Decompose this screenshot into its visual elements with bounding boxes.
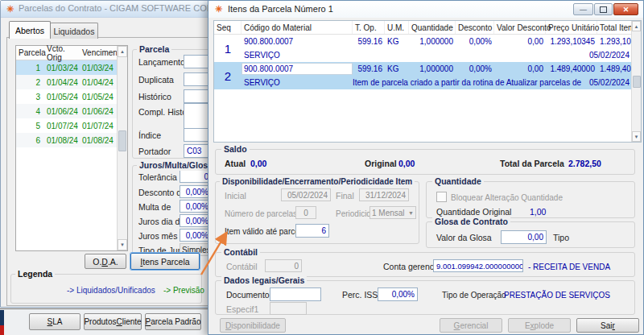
saldo-atual-value: 0,00 — [250, 159, 266, 169]
col-vencimento: Vencimento — [82, 48, 117, 57]
legenda-liquidados: -> Liquidados/Unificados — [67, 285, 155, 296]
produtos-label-post: liente — [122, 317, 142, 326]
scroll-down-icon[interactable]: ▼ — [632, 131, 641, 142]
item-descricao: SERVIÇO — [242, 78, 353, 87]
sair-label-pre: Sai — [601, 321, 612, 330]
parcela-padrao-button[interactable]: Parcela Padrão — [145, 313, 201, 330]
parcela-vcto-orig: 01/03/24 — [47, 64, 82, 72]
item-t-op: 599.16 — [353, 64, 385, 73]
dialog-titlebar[interactable]: ✳ Itens da Parcela Número 1 — ✕ — [208, 1, 643, 18]
tipo-operacao-label: Tipo de Operação — [442, 290, 506, 300]
oda-label-pre: O. — [93, 257, 101, 267]
contabil-group-title: Contábil — [221, 247, 260, 258]
parcela-row[interactable]: 6 01/08/24 01/08/24 — [16, 133, 127, 147]
parcela-vcto-orig: 01/08/24 — [47, 136, 82, 145]
item-valor-desconto: 0,00 — [494, 37, 546, 46]
bloquear-label: Bloquear Alteração Quantidade — [451, 192, 563, 203]
perc-iss-label: Perc. ISS — [342, 290, 378, 300]
sair-button[interactable]: Sair — [576, 318, 639, 333]
item-valido-field[interactable]: 6 — [295, 224, 329, 238]
scroll-up-icon[interactable]: ▲ — [632, 21, 641, 31]
quantidade-original-value: 1,00 — [530, 207, 546, 217]
juros-mes-field[interactable]: 0,00% — [180, 229, 212, 242]
disponibilidade-label-key: D — [225, 321, 231, 330]
item-preco-unitario: 1.489,40000 — [546, 64, 597, 73]
parcela-vencimento: 01/08/24 — [82, 136, 117, 145]
oda-button[interactable]: O.D.A. — [85, 254, 126, 269]
desconto-de-field[interactable]: 0,00% — [180, 185, 212, 198]
multa-de-field[interactable]: 0,00% — [180, 200, 212, 213]
maximize-icon — [600, 6, 607, 13]
itens-parcela-label-post: tens Parcela — [142, 257, 189, 267]
disponibilidade-label-post: isponibilidade — [231, 321, 280, 330]
scroll-thumb[interactable] — [633, 76, 641, 88]
dados-legais-group-title: Dados legais/Gerais — [221, 275, 307, 286]
scroll-up-icon[interactable]: ▲ — [118, 46, 127, 57]
item-row-selected[interactable]: 2 900.800.0007 599.16 KG 1,000000 0,00% … — [214, 62, 633, 89]
scroll-thumb[interactable] — [118, 130, 126, 151]
tolerancia-label: Tolerância — [138, 172, 177, 183]
saldo-original-label: Original — [365, 159, 397, 169]
itens-parcela-dialog: ✳ Itens da Parcela Número 1 — ✕ Seq Códi… — [208, 0, 644, 335]
parcela-vcto-orig: 01/07/24 — [47, 122, 82, 130]
parcela-row[interactable]: 5 01/07/24 01/07/24 — [16, 118, 127, 133]
minimize-button[interactable]: — — [573, 3, 593, 15]
item-um: KG — [385, 64, 409, 73]
parcelas-scrollbar[interactable]: ▲ ▼ — [117, 46, 127, 250]
produtos-cliente-button[interactable]: Produtos Cliente — [84, 313, 142, 330]
valor-glosa-label: Valor da Glosa — [436, 233, 492, 243]
periodicidade-value: 1 Mensal — [372, 209, 405, 217]
parcela-vcto-orig: 01/05/24 — [47, 93, 82, 101]
col-desconto: Desconto — [456, 21, 494, 34]
item-desconto: 0,00% — [456, 64, 494, 73]
parcela-vcto-orig: 01/04/24 — [47, 78, 82, 87]
window-titlebar[interactable]: ✳ Parcelas do Contrato - CIGAM SOFTWARE … — [1, 1, 211, 18]
bloquear-checkbox — [436, 192, 447, 202]
documento-field[interactable] — [270, 287, 321, 301]
conta-gerencial-field[interactable]: 9.001.099942.0000000000 — [433, 259, 523, 272]
col-quantidade: Quantidade — [409, 21, 456, 34]
tolerancia-field[interactable]: 0 — [180, 170, 212, 183]
maximize-button[interactable] — [594, 3, 613, 15]
col-preco-unitario: Preço Unitário — [546, 21, 597, 34]
item-desconto: 0,00% — [456, 37, 494, 46]
itens-scrollbar[interactable]: ▲ ▼ — [631, 21, 641, 142]
parcela-number: 3 — [16, 93, 47, 101]
tab-liquidados[interactable]: Liquidados — [50, 23, 98, 39]
documento-label: Documento — [226, 290, 270, 300]
especif1-field — [270, 302, 307, 315]
parcela-number: 5 — [16, 122, 47, 130]
multa-de-label: Multa de — [138, 202, 171, 213]
parcela-row[interactable]: 3 01/05/24 01/05/24 — [16, 89, 127, 104]
close-icon: ✕ — [623, 6, 630, 14]
tab-liquidados-label: Liquidados — [54, 27, 95, 36]
quantidade-group-title: Quantidade — [432, 176, 484, 187]
item-codigo: 900.800.0007 — [242, 37, 353, 46]
parcela-row[interactable]: 4 01/06/24 01/06/24 — [16, 104, 127, 118]
item-row[interactable]: 1 900.800.0007 599.16 KG 1,000000 0,00% … — [214, 35, 633, 62]
portador-label: Portador — [138, 147, 171, 157]
parcela-row[interactable]: 2 01/04/24 01/04/24 — [16, 75, 127, 89]
tab-abertos[interactable]: Abertos — [9, 21, 51, 39]
parcela-row[interactable]: 1 01/03/24 01/03/24 — [16, 60, 127, 75]
parcela-vencimento: 01/03/24 — [82, 64, 117, 72]
item-total: 1.489,40 — [597, 64, 633, 73]
dialog-title: Itens da Parcela Número 1 — [228, 4, 333, 14]
saldo-atual-label: Atual — [225, 159, 246, 169]
item-data: 05/02/2024 — [581, 51, 633, 60]
sla-button[interactable]: SLA — [29, 313, 80, 330]
valor-glosa-field[interactable]: 0,00 — [501, 230, 547, 244]
itens-parcela-button[interactable]: Itens Parcela — [130, 253, 200, 270]
disponibilidade-button: Disponibilidade — [220, 318, 286, 333]
juros-dia-field[interactable]: 0,00% — [180, 214, 212, 227]
col-um: U.M. — [385, 21, 409, 34]
scroll-down-icon[interactable]: ▼ — [118, 239, 127, 250]
item-observacao: Item de parcela criado a partir da rotin… — [353, 78, 581, 87]
close-button[interactable]: ✕ — [613, 3, 638, 15]
item-codigo-editing[interactable]: 900.800.0007 — [242, 63, 353, 75]
item-data: 05/02/2024 — [581, 78, 633, 87]
sla-label-key: S — [47, 317, 53, 326]
col-seq: Seq — [214, 21, 242, 34]
total-parcela-label: Total da Parcela — [500, 159, 564, 169]
perc-iss-field[interactable]: 0,00% — [378, 287, 418, 301]
